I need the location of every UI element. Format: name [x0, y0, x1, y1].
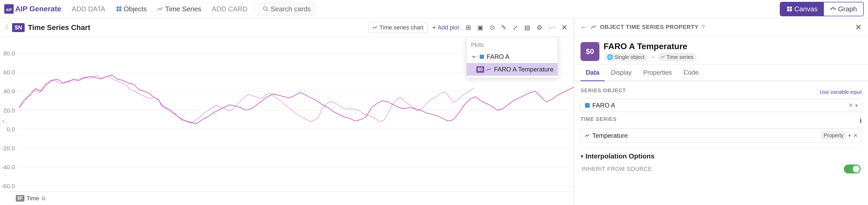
object-tags: 🌐 Single object → Time series — [603, 53, 862, 61]
svg-rect-11 — [790, 9, 792, 11]
chart-toolbar: ⠿ $N Time Series Chart Time series chart… — [0, 18, 574, 37]
svg-text:20.0: 20.0 — [3, 107, 15, 114]
top-nav: AIP AIP Generate ADD DATA Objects Time S… — [0, 0, 868, 18]
time-series-section-row: TIME SERIES ℹ — [581, 116, 862, 125]
chart-toolbar-right: Time series chart + Add plot ⊞ ▣ ⊙ ✎ ⤢ ▤… — [369, 22, 569, 33]
right-panel-header: ← OBJECT TIME SERIES PROPERTY ? ✕ — [574, 18, 868, 36]
search-cards[interactable]: Search cards — [258, 3, 315, 16]
series-object-icon — [584, 102, 590, 108]
chart-line-icon — [373, 25, 378, 30]
help-icon[interactable]: ? — [702, 24, 705, 30]
object-header: $0 FARO A Temperature 🌐 Single object → … — [574, 36, 868, 65]
expand-icon-button[interactable]: ⊞ — [464, 22, 473, 33]
canvas-icon — [786, 6, 793, 12]
add-card-button[interactable]: ADD CARD — [208, 3, 252, 15]
series-object-input[interactable]: FARO A ✕ ▾ — [581, 99, 862, 112]
object-info: FARO A Temperature 🌐 Single object → Tim… — [603, 41, 862, 61]
svg-point-14 — [834, 8, 835, 10]
time-series-icon — [157, 6, 163, 12]
svg-text:-40.0: -40.0 — [1, 164, 15, 171]
add-data-button[interactable]: ADD DATA — [67, 3, 110, 15]
inherit-from-source-row: INHERIT FROM SOURCE — [581, 165, 862, 173]
tab-code[interactable]: Code — [678, 65, 704, 81]
objects-icon — [116, 6, 122, 12]
tab-properties[interactable]: Properties — [638, 65, 677, 81]
series-n-badge: $N — [12, 23, 25, 32]
arrow-separator: → — [650, 53, 656, 61]
settings-icon-button[interactable]: ⚙ — [534, 22, 545, 33]
interpolation-title: Interpolation Options — [586, 152, 655, 160]
aip-icon: AIP — [4, 4, 14, 14]
interpolation-chevron-icon: ▾ — [581, 153, 583, 160]
x-axis-bar: $F Time ⚙ — [0, 191, 574, 205]
panel-close-button[interactable]: ✕ — [855, 23, 862, 32]
x-axis-label: $F Time ⚙ — [16, 195, 46, 202]
svg-text:40.0: 40.0 — [3, 88, 15, 95]
chart-area: ‹ .grid-line { stroke: #e8e8e8; stroke-w… — [0, 37, 574, 205]
tab-data[interactable]: Data — [581, 65, 604, 81]
x-axis-settings-icon[interactable]: ⚙ — [41, 195, 46, 202]
fullscreen-icon-button[interactable]: ⤢ — [511, 22, 520, 33]
use-variable-link[interactable]: Use variable input — [820, 89, 862, 95]
download-icon-button[interactable]: ⊙ — [488, 22, 497, 33]
cube-icon — [479, 54, 485, 60]
svg-line-7 — [267, 10, 268, 11]
object-name: FARO A Temperature — [603, 41, 862, 51]
series-object-row: SERIES OBJECT Use variable input — [581, 88, 862, 97]
main-area: ⠿ $N Time Series Chart Time series chart… — [0, 18, 868, 205]
plot-item-faro-a-temp[interactable]: $0 FARO A Temperature — [467, 63, 558, 76]
more-options-button[interactable]: ⋯ — [547, 22, 557, 33]
inherit-from-source-label: INHERIT FROM SOURCE — [582, 166, 652, 172]
svg-rect-44 — [585, 103, 590, 108]
plot-group-faro-a[interactable]: FARO A — [467, 51, 558, 63]
time-series-input[interactable]: Temperature Property ▾ ✕ — [581, 128, 862, 142]
time-series-dropdown-icon[interactable]: ▾ — [848, 133, 851, 139]
add-plot-button[interactable]: + Add plot — [430, 22, 462, 33]
drag-handle[interactable]: ⠿ — [4, 24, 9, 31]
view-toggle: Canvas Graph — [780, 2, 864, 16]
brand-logo: AIP AIP Generate — [4, 4, 61, 14]
svg-line-16 — [834, 8, 834, 9]
series-object-dropdown-icon[interactable]: ▾ — [855, 102, 858, 109]
tab-display[interactable]: Display — [606, 65, 637, 81]
canvas-graph-toggle-group: Canvas Graph — [780, 2, 864, 16]
svg-rect-9 — [790, 6, 792, 9]
chart-left-arrow[interactable]: ‹ — [0, 114, 6, 128]
objects-button[interactable]: Objects — [112, 3, 151, 15]
back-button[interactable]: ← — [581, 23, 587, 31]
canvas-toggle-button[interactable]: Canvas — [780, 2, 824, 16]
graph-toggle-button[interactable]: Graph — [824, 2, 863, 16]
panel-content: SERIES OBJECT Use variable input FARO A … — [574, 81, 868, 205]
time-series-info-icon[interactable]: ℹ — [860, 117, 862, 124]
series-object-clear-icon[interactable]: ✕ — [848, 102, 853, 109]
time-series-button[interactable]: Time Series — [153, 3, 206, 15]
plots-dropdown: Plots FARO A $0 FARO A Temperature — [467, 37, 558, 78]
chart-line-small-icon — [486, 66, 492, 72]
chart-type-selector[interactable]: Time series chart — [369, 22, 428, 33]
globe-icon: 🌐 — [607, 54, 613, 60]
time-series-section-label: TIME SERIES — [581, 116, 617, 122]
svg-text:-60.0: -60.0 — [1, 183, 15, 189]
grid-icon-button[interactable]: ▣ — [475, 22, 486, 33]
svg-rect-4 — [117, 9, 119, 11]
panel-tabs: Data Display Properties Code — [574, 65, 868, 81]
search-icon — [263, 6, 269, 12]
svg-rect-43 — [480, 55, 484, 59]
chart-close-button[interactable]: ✕ — [559, 22, 569, 33]
graph-icon — [830, 6, 836, 12]
chart-panel: ⠿ $N Time Series Chart Time series chart… — [0, 18, 574, 205]
edit-icon-button[interactable]: ✎ — [499, 22, 508, 33]
svg-line-15 — [832, 8, 832, 9]
svg-rect-3 — [119, 6, 121, 9]
svg-rect-8 — [787, 6, 789, 9]
right-panel: ← OBJECT TIME SERIES PROPERTY ? ✕ $0 FAR… — [574, 18, 868, 205]
plots-header: Plots — [467, 39, 558, 51]
time-series-clear-icon[interactable]: ✕ — [853, 132, 858, 139]
layout-icon-button[interactable]: ▤ — [522, 22, 532, 33]
interpolation-header[interactable]: ▾ Interpolation Options — [581, 152, 862, 160]
svg-text:60.0: 60.0 — [3, 69, 15, 76]
x-series-badge: $F — [16, 195, 24, 202]
inherit-toggle[interactable] — [844, 165, 861, 173]
interpolation-section: ▾ Interpolation Options INHERIT FROM SOU… — [581, 148, 862, 173]
svg-rect-2 — [117, 6, 119, 9]
